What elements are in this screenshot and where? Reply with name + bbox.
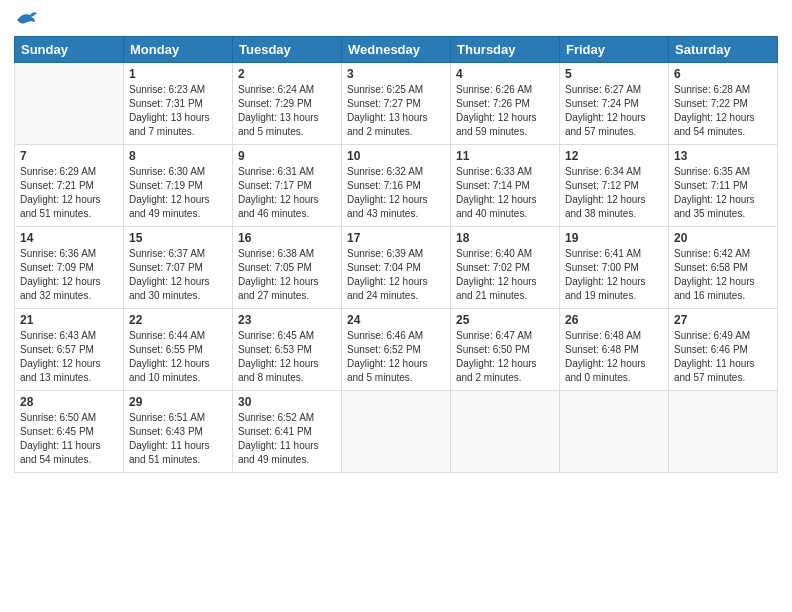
page-container: SundayMondayTuesdayWednesdayThursdayFrid… [0, 0, 792, 612]
calendar-cell[interactable]: 19Sunrise: 6:41 AMSunset: 7:00 PMDayligh… [560, 227, 669, 309]
calendar-cell[interactable] [342, 391, 451, 473]
day-info: Sunrise: 6:23 AMSunset: 7:31 PMDaylight:… [129, 83, 227, 139]
calendar-cell[interactable] [669, 391, 778, 473]
calendar-cell[interactable]: 10Sunrise: 6:32 AMSunset: 7:16 PMDayligh… [342, 145, 451, 227]
day-info-line: Sunrise: 6:47 AM [456, 329, 554, 343]
calendar-cell[interactable]: 28Sunrise: 6:50 AMSunset: 6:45 PMDayligh… [15, 391, 124, 473]
calendar-cell[interactable]: 3Sunrise: 6:25 AMSunset: 7:27 PMDaylight… [342, 63, 451, 145]
day-info-line: Sunrise: 6:35 AM [674, 165, 772, 179]
calendar-cell[interactable] [451, 391, 560, 473]
calendar-cell[interactable]: 9Sunrise: 6:31 AMSunset: 7:17 PMDaylight… [233, 145, 342, 227]
day-info-line: Sunset: 7:09 PM [20, 261, 118, 275]
day-info-line: Sunset: 7:22 PM [674, 97, 772, 111]
calendar-cell[interactable]: 29Sunrise: 6:51 AMSunset: 6:43 PMDayligh… [124, 391, 233, 473]
day-info-line: Daylight: 11 hours [238, 439, 336, 453]
page-header [14, 10, 778, 28]
calendar-cell[interactable]: 26Sunrise: 6:48 AMSunset: 6:48 PMDayligh… [560, 309, 669, 391]
day-info-line: and 49 minutes. [129, 207, 227, 221]
day-info: Sunrise: 6:31 AMSunset: 7:17 PMDaylight:… [238, 165, 336, 221]
day-info-line: Sunrise: 6:34 AM [565, 165, 663, 179]
day-number: 12 [565, 149, 663, 163]
day-info: Sunrise: 6:46 AMSunset: 6:52 PMDaylight:… [347, 329, 445, 385]
day-info-line: Daylight: 12 hours [347, 193, 445, 207]
day-info: Sunrise: 6:48 AMSunset: 6:48 PMDaylight:… [565, 329, 663, 385]
day-info-line: Sunrise: 6:41 AM [565, 247, 663, 261]
day-info: Sunrise: 6:25 AMSunset: 7:27 PMDaylight:… [347, 83, 445, 139]
day-number: 18 [456, 231, 554, 245]
day-info: Sunrise: 6:26 AMSunset: 7:26 PMDaylight:… [456, 83, 554, 139]
day-info-line: Sunrise: 6:32 AM [347, 165, 445, 179]
day-info-line: Sunrise: 6:44 AM [129, 329, 227, 343]
day-info-line: Sunrise: 6:48 AM [565, 329, 663, 343]
calendar-cell[interactable]: 15Sunrise: 6:37 AMSunset: 7:07 PMDayligh… [124, 227, 233, 309]
day-info-line: Daylight: 12 hours [674, 193, 772, 207]
day-number: 1 [129, 67, 227, 81]
day-info-line: Sunset: 7:24 PM [565, 97, 663, 111]
day-info-line: Daylight: 13 hours [347, 111, 445, 125]
day-number: 10 [347, 149, 445, 163]
calendar-cell[interactable]: 30Sunrise: 6:52 AMSunset: 6:41 PMDayligh… [233, 391, 342, 473]
calendar-cell[interactable]: 11Sunrise: 6:33 AMSunset: 7:14 PMDayligh… [451, 145, 560, 227]
day-info-line: and 30 minutes. [129, 289, 227, 303]
calendar-cell[interactable] [15, 63, 124, 145]
day-info-line: and 49 minutes. [238, 453, 336, 467]
calendar-cell[interactable]: 7Sunrise: 6:29 AMSunset: 7:21 PMDaylight… [15, 145, 124, 227]
calendar-header-tuesday: Tuesday [233, 37, 342, 63]
day-info-line: and 8 minutes. [238, 371, 336, 385]
day-number: 5 [565, 67, 663, 81]
day-info-line: Sunset: 7:19 PM [129, 179, 227, 193]
calendar-cell[interactable]: 23Sunrise: 6:45 AMSunset: 6:53 PMDayligh… [233, 309, 342, 391]
calendar-header-monday: Monday [124, 37, 233, 63]
calendar-cell[interactable]: 2Sunrise: 6:24 AMSunset: 7:29 PMDaylight… [233, 63, 342, 145]
calendar-cell[interactable]: 4Sunrise: 6:26 AMSunset: 7:26 PMDaylight… [451, 63, 560, 145]
day-number: 21 [20, 313, 118, 327]
calendar-cell[interactable]: 24Sunrise: 6:46 AMSunset: 6:52 PMDayligh… [342, 309, 451, 391]
day-info: Sunrise: 6:35 AMSunset: 7:11 PMDaylight:… [674, 165, 772, 221]
day-info: Sunrise: 6:43 AMSunset: 6:57 PMDaylight:… [20, 329, 118, 385]
calendar-cell[interactable]: 13Sunrise: 6:35 AMSunset: 7:11 PMDayligh… [669, 145, 778, 227]
calendar-cell[interactable]: 8Sunrise: 6:30 AMSunset: 7:19 PMDaylight… [124, 145, 233, 227]
day-info-line: Sunset: 6:41 PM [238, 425, 336, 439]
day-info-line: Daylight: 12 hours [456, 111, 554, 125]
day-info-line: Sunset: 7:05 PM [238, 261, 336, 275]
day-info-line: Daylight: 12 hours [456, 357, 554, 371]
day-number: 30 [238, 395, 336, 409]
day-info-line: Sunrise: 6:50 AM [20, 411, 118, 425]
calendar-cell[interactable]: 5Sunrise: 6:27 AMSunset: 7:24 PMDaylight… [560, 63, 669, 145]
calendar-cell[interactable]: 16Sunrise: 6:38 AMSunset: 7:05 PMDayligh… [233, 227, 342, 309]
day-info-line: and 0 minutes. [565, 371, 663, 385]
day-info-line: Sunrise: 6:31 AM [238, 165, 336, 179]
calendar-cell[interactable]: 14Sunrise: 6:36 AMSunset: 7:09 PMDayligh… [15, 227, 124, 309]
calendar-cell[interactable]: 18Sunrise: 6:40 AMSunset: 7:02 PMDayligh… [451, 227, 560, 309]
day-info-line: and 16 minutes. [674, 289, 772, 303]
day-info-line: Sunset: 6:46 PM [674, 343, 772, 357]
calendar-cell[interactable]: 1Sunrise: 6:23 AMSunset: 7:31 PMDaylight… [124, 63, 233, 145]
calendar-cell[interactable]: 25Sunrise: 6:47 AMSunset: 6:50 PMDayligh… [451, 309, 560, 391]
day-number: 13 [674, 149, 772, 163]
calendar-header-sunday: Sunday [15, 37, 124, 63]
day-info-line: Sunset: 6:55 PM [129, 343, 227, 357]
day-info-line: Sunrise: 6:36 AM [20, 247, 118, 261]
calendar-cell[interactable]: 20Sunrise: 6:42 AMSunset: 6:58 PMDayligh… [669, 227, 778, 309]
day-number: 28 [20, 395, 118, 409]
day-info-line: Daylight: 12 hours [20, 193, 118, 207]
day-info: Sunrise: 6:40 AMSunset: 7:02 PMDaylight:… [456, 247, 554, 303]
calendar-cell[interactable]: 17Sunrise: 6:39 AMSunset: 7:04 PMDayligh… [342, 227, 451, 309]
calendar-cell[interactable]: 12Sunrise: 6:34 AMSunset: 7:12 PMDayligh… [560, 145, 669, 227]
day-info-line: Daylight: 12 hours [456, 193, 554, 207]
day-info-line: Sunset: 7:14 PM [456, 179, 554, 193]
day-info-line: and 7 minutes. [129, 125, 227, 139]
day-info-line: Sunrise: 6:43 AM [20, 329, 118, 343]
day-number: 6 [674, 67, 772, 81]
day-info-line: Daylight: 12 hours [129, 193, 227, 207]
day-number: 9 [238, 149, 336, 163]
day-info-line: and 2 minutes. [347, 125, 445, 139]
calendar-header-friday: Friday [560, 37, 669, 63]
day-info-line: Sunset: 6:48 PM [565, 343, 663, 357]
calendar-cell[interactable]: 22Sunrise: 6:44 AMSunset: 6:55 PMDayligh… [124, 309, 233, 391]
calendar-cell[interactable]: 6Sunrise: 6:28 AMSunset: 7:22 PMDaylight… [669, 63, 778, 145]
calendar-cell[interactable] [560, 391, 669, 473]
calendar-cell[interactable]: 21Sunrise: 6:43 AMSunset: 6:57 PMDayligh… [15, 309, 124, 391]
calendar-cell[interactable]: 27Sunrise: 6:49 AMSunset: 6:46 PMDayligh… [669, 309, 778, 391]
day-info-line: Daylight: 13 hours [238, 111, 336, 125]
